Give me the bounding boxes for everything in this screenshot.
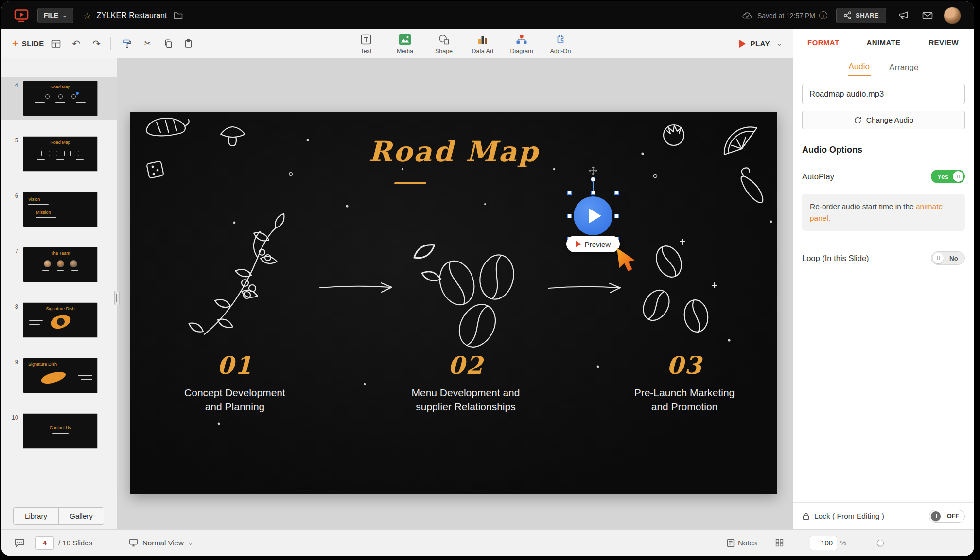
zoho-show-logo[interactable] [14,8,29,23]
toggle-knob [933,253,944,263]
data-art-icon [477,33,488,46]
slide-number: 8 [1,302,23,338]
add-slide-label: SLIDE [22,39,44,48]
announcement-icon[interactable] [899,11,910,20]
subtab-audio[interactable]: Audio [848,60,871,76]
gallery-button[interactable]: Gallery [58,507,104,525]
thumbnail-team: The Team [23,247,98,282]
play-label: PLAY [750,39,770,48]
folder-icon[interactable] [174,12,183,19]
thumbnail-vision-mission: Vision Mission [23,192,98,227]
media-tool[interactable]: Media [391,33,419,54]
preview-button[interactable]: Preview [566,236,620,252]
audio-file-name-field[interactable]: Roadmap audio.mp3 [802,84,965,104]
loop-toggle[interactable]: No [931,251,965,265]
autoplay-toggle[interactable]: Yes [931,170,965,183]
text-tool[interactable]: Text [352,33,380,54]
lock-toggle[interactable]: OFF [929,510,965,523]
add-slide-button[interactable]: + SLIDE [12,38,44,49]
play-triangle-icon [589,209,601,223]
change-audio-button[interactable]: Change Audio [802,111,965,129]
shape-tool[interactable]: Shape [430,33,457,54]
plus-icon: + [12,38,18,49]
slide-sorter-icon[interactable] [775,539,784,547]
feedback-mail-icon[interactable] [922,11,933,20]
panel-tabs: FORMAT ANIMATE REVIEW [793,29,974,56]
resize-handle[interactable] [591,191,595,195]
document-title[interactable]: ZYLKER Restaurant [97,11,167,20]
diagram-icon [516,33,527,46]
rotation-handle[interactable] [591,177,595,182]
play-icon [739,40,746,48]
library-button[interactable]: Library [13,507,59,525]
roadmap-step-1[interactable]: 01 Concept Developmentand Planning [152,351,317,414]
slide-thumbnail-7[interactable]: 7 The Team [1,243,117,286]
chat-support-icon[interactable] [14,538,25,548]
undo-button[interactable]: ↶ [68,35,85,52]
lock-icon [802,512,810,520]
loop-label: Loop (In this Slide) [802,254,869,263]
slide-title[interactable]: Road Map [130,135,777,168]
slide-count: / 10 Slides [58,539,92,547]
lock-label: Lock ( From Editing ) [814,512,884,521]
zoom-slider[interactable] [857,536,963,550]
slide-thumbnail-9[interactable]: 9 Signature Dish [1,354,117,397]
resize-handle[interactable] [567,214,572,218]
audio-selection-box[interactable] [570,193,616,239]
view-mode-dropdown[interactable]: Normal View ⌄ [129,530,193,556]
share-button[interactable]: SHARE [836,8,886,23]
zoom-value-field[interactable]: 100 [810,536,837,550]
tab-format[interactable]: FORMAT [793,29,854,56]
paste-icon[interactable] [180,35,197,52]
refresh-icon [854,116,862,124]
slide-thumbnail-4[interactable]: 4 Road Map [1,77,117,120]
file-menu-label: FILE [44,12,58,19]
slide-thumbnail-6[interactable]: 6 Vision Mission [1,188,117,231]
favorite-star-icon[interactable]: ☆ [83,11,92,20]
current-slide-field[interactable]: 4 [35,536,54,550]
copy-icon[interactable] [159,35,177,52]
slide-number: 9 [1,358,23,393]
audio-options-heading: Audio Options [802,145,965,155]
sidebar-collapse-handle[interactable] [114,291,120,305]
audio-play-button[interactable] [574,196,612,235]
resize-handle[interactable] [567,191,572,195]
slide-thumbnail-10[interactable]: 10 Contact Us [1,409,117,453]
subtab-arrange[interactable]: Arrange [888,61,919,76]
data-art-tool[interactable]: Data Art [469,33,496,54]
slide-layout-icon[interactable] [47,35,65,52]
editor-canvas: Road Map 01 Concept Developmentand Plann… [117,58,793,529]
app-window: FILE⌄ ☆ ZYLKER Restaurant Saved at 12:57… [1,1,974,556]
roadmap-step-2[interactable]: 02 Menu Development andsupplier Relation… [383,351,548,414]
slide-number: 6 [1,192,23,227]
info-icon[interactable]: i [819,11,827,19]
slide-canvas[interactable]: Road Map 01 Concept Developmentand Plann… [130,112,777,494]
add-on-tool[interactable]: Add-On [547,33,574,54]
redo-button[interactable]: ↷ [88,35,105,52]
slide-thumbnail-5[interactable]: 5 Road Map [1,132,117,175]
text-tool-icon [360,33,372,46]
tab-animate[interactable]: ANIMATE [854,29,914,56]
notes-button[interactable]: Notes [727,539,757,547]
slide-number: 4 [1,81,23,116]
chevron-down-icon: ⌄ [188,540,193,546]
audio-reorder-note: Re-order audio start time in the animate… [802,194,965,231]
slide-number: 7 [1,247,23,282]
move-rotate-icon[interactable] [589,166,597,177]
slide-thumbnail-8[interactable]: 8 Signature Dish [1,298,117,342]
zoom-percent-label: % [840,539,846,547]
resize-handle[interactable] [614,214,619,218]
zoom-slider-knob[interactable] [877,540,884,546]
add-on-icon [555,33,566,46]
tab-review[interactable]: REVIEW [913,29,974,56]
main-toolbar: + SLIDE ↶ ↷ ✂ Text [1,29,793,58]
diagram-tool[interactable]: Diagram [508,33,535,54]
user-avatar[interactable] [944,7,961,24]
resize-handle[interactable] [614,191,619,195]
file-menu-button[interactable]: FILE⌄ [37,8,73,23]
cut-scissors-icon[interactable]: ✂ [139,35,157,52]
play-button[interactable]: PLAY [739,39,770,48]
roadmap-step-3[interactable]: 03 Pre-Launch Marketingand Promotion [602,351,767,414]
play-options-chevron-icon[interactable]: ⌄ [777,40,782,47]
format-painter-icon[interactable] [119,35,136,52]
